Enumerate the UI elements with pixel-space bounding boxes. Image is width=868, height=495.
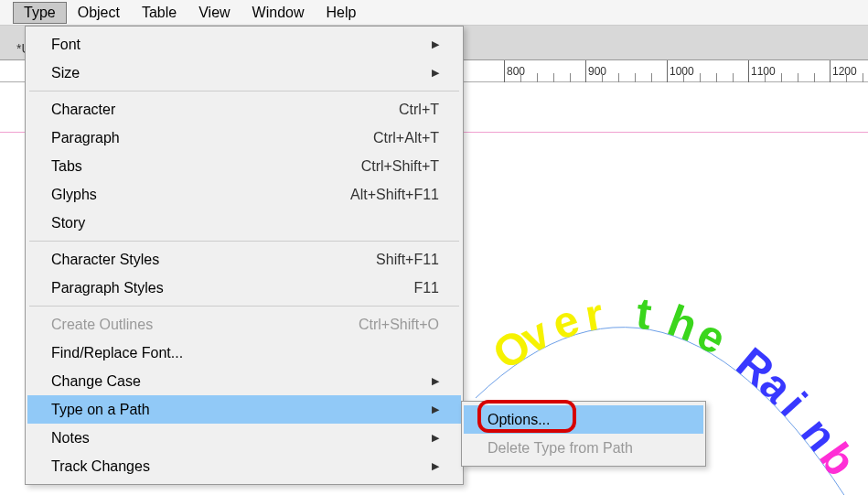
menu-item-label: Tabs bbox=[51, 158, 361, 175]
shortcut-label: Ctrl+Shift+O bbox=[359, 317, 439, 333]
menu-item-label: Find/Replace Font... bbox=[51, 345, 439, 361]
menu-item-notes[interactable]: Notes▶ bbox=[27, 424, 461, 452]
shortcut-label: Ctrl+T bbox=[399, 102, 439, 118]
ruler-tick: 900 bbox=[585, 60, 606, 82]
menu-item-label: Paragraph bbox=[51, 130, 373, 146]
menu-item-label: Font bbox=[51, 37, 428, 53]
menu-item-size[interactable]: Size▶ bbox=[27, 59, 461, 87]
menu-item-label: Track Changes bbox=[51, 458, 428, 475]
menu-window[interactable]: Window bbox=[241, 2, 316, 24]
menu-item-label: Character Styles bbox=[51, 252, 376, 268]
submenu-item-label: Options... bbox=[488, 412, 550, 428]
menu-item-label: Notes bbox=[51, 430, 428, 447]
submenu-item-delete-type-from-path: Delete Type from Path bbox=[464, 434, 703, 462]
menu-item-create-outlines: Create OutlinesCtrl+Shift+O bbox=[27, 310, 461, 339]
menu-item-change-case[interactable]: Change Case▶ bbox=[27, 367, 461, 395]
shortcut-label: Ctrl+Alt+T bbox=[373, 130, 439, 146]
menu-item-label: Paragraph Styles bbox=[51, 280, 413, 296]
menu-item-glyphs[interactable]: GlyphsAlt+Shift+F11 bbox=[27, 180, 461, 209]
menu-table[interactable]: Table bbox=[131, 2, 188, 24]
menu-item-label: Size bbox=[51, 65, 428, 81]
type-on-path-submenu[interactable]: Options...Delete Type from Path bbox=[461, 401, 706, 467]
menu-item-character-styles[interactable]: Character StylesShift+F11 bbox=[27, 245, 461, 274]
submenu-arrow-icon: ▶ bbox=[428, 38, 439, 50]
menu-type[interactable]: Type bbox=[13, 2, 67, 24]
ruler-tick: 1100 bbox=[748, 60, 776, 82]
menu-item-track-changes[interactable]: Track Changes▶ bbox=[27, 452, 461, 480]
submenu-arrow-icon: ▶ bbox=[428, 432, 439, 444]
menu-view[interactable]: View bbox=[188, 2, 241, 24]
shortcut-label: F11 bbox=[413, 280, 439, 296]
submenu-item-options[interactable]: Options... bbox=[464, 405, 703, 434]
menu-item-character[interactable]: CharacterCtrl+T bbox=[27, 95, 461, 124]
menu-separator bbox=[29, 91, 459, 91]
menu-object[interactable]: Object bbox=[67, 2, 131, 24]
menu-item-paragraph-styles[interactable]: Paragraph StylesF11 bbox=[27, 274, 461, 302]
submenu-arrow-icon: ▶ bbox=[428, 460, 439, 472]
submenu-arrow-icon: ▶ bbox=[428, 404, 439, 415]
type-menu-dropdown[interactable]: Font▶Size▶CharacterCtrl+TParagraphCtrl+A… bbox=[25, 26, 464, 485]
menu-item-label: Type on a Path bbox=[51, 402, 428, 418]
shortcut-label: Ctrl+Shift+T bbox=[361, 158, 439, 175]
menu-separator bbox=[29, 306, 459, 307]
ruler-tick: 1000 bbox=[667, 60, 694, 82]
shortcut-label: Shift+F11 bbox=[376, 252, 439, 268]
menu-help[interactable]: Help bbox=[315, 2, 367, 24]
menu-item-find-replace-font[interactable]: Find/Replace Font... bbox=[27, 339, 461, 367]
menu-item-type-on-a-path[interactable]: Type on a Path▶ bbox=[27, 395, 461, 424]
menu-item-label: Change Case bbox=[51, 373, 428, 390]
menu-item-label: Story bbox=[51, 215, 439, 231]
menu-item-paragraph[interactable]: ParagraphCtrl+Alt+T bbox=[27, 124, 461, 152]
menu-item-label: Create Outlines bbox=[51, 317, 359, 333]
menubar: TypeObjectTableViewWindowHelp bbox=[0, 0, 868, 26]
menu-item-label: Glyphs bbox=[51, 187, 350, 203]
ruler-tick: 800 bbox=[504, 60, 525, 82]
shortcut-label: Alt+Shift+F11 bbox=[350, 187, 439, 203]
menu-item-story[interactable]: Story bbox=[27, 209, 461, 237]
submenu-arrow-icon: ▶ bbox=[428, 375, 439, 387]
submenu-item-label: Delete Type from Path bbox=[488, 440, 633, 457]
menu-item-label: Character bbox=[51, 102, 399, 118]
menu-item-font[interactable]: Font▶ bbox=[27, 30, 461, 59]
menu-item-tabs[interactable]: TabsCtrl+Shift+T bbox=[27, 152, 461, 180]
menu-separator bbox=[29, 241, 459, 242]
submenu-arrow-icon: ▶ bbox=[428, 67, 439, 79]
ruler-tick: 1200 bbox=[830, 60, 857, 82]
